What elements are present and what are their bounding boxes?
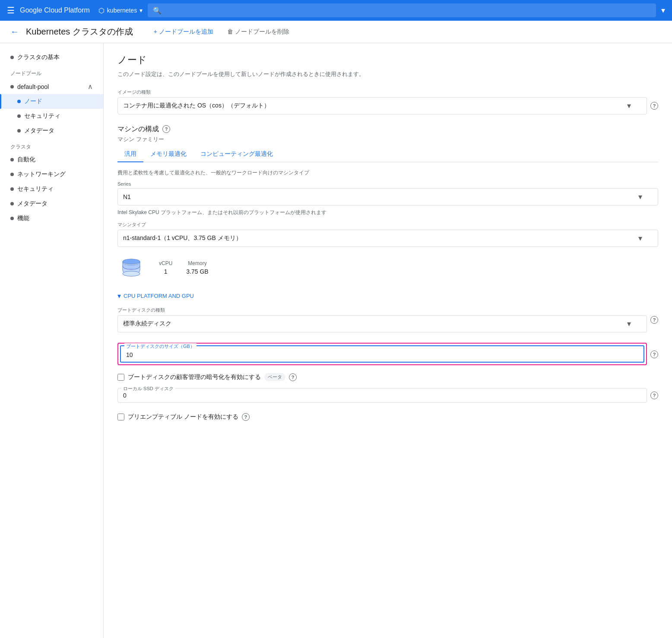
back-button[interactable]: ←	[10, 27, 19, 37]
boot-disk-size-help-icon[interactable]: ?	[650, 351, 658, 358]
search-input[interactable]	[165, 7, 651, 14]
boot-disk-size-field: ブートディスクのサイズ（GB）	[120, 345, 644, 363]
sidebar-item-metadata[interactable]: メタデータ	[0, 123, 103, 138]
machine-type-arrow-icon: ▾	[638, 234, 642, 243]
image-type-select-row: コンテナ用に最適化された OS（cos）（デフォルト） ▾ ?	[117, 97, 658, 114]
encryption-help-icon[interactable]: ?	[289, 373, 297, 381]
boot-disk-size-input[interactable]	[126, 350, 638, 360]
bullet-icon	[10, 187, 14, 191]
series-arrow-icon: ▾	[638, 192, 642, 202]
bullet-icon	[17, 114, 21, 118]
search-icon: 🔍	[153, 6, 162, 15]
app-logo: Google Cloud Platform	[20, 6, 90, 14]
machine-config-section: マシンの構成 ? マシン ファミリー 汎用 メモリ最適化 コンピューティング最適…	[117, 125, 658, 282]
content-title: ノード	[117, 54, 658, 66]
preemptible-help-icon[interactable]: ?	[242, 413, 250, 421]
content-area: ノード このノード設定は、このノードプールを使用して新しいノードが作成されるとき…	[104, 43, 672, 638]
sidebar-label-node: ノード	[24, 98, 42, 105]
project-dot-icon: ⬡	[98, 6, 105, 15]
encryption-checkbox[interactable]	[117, 374, 124, 381]
sidebar-label-features: 機能	[17, 215, 29, 222]
machine-stack-icon	[117, 254, 145, 281]
search-bar: 🔍	[148, 3, 656, 17]
boot-disk-type-label: ブートディスクの種類	[117, 307, 647, 313]
machine-type-value: n1-standard-1（1 vCPU、3.75 GB メモリ）	[123, 234, 242, 242]
boot-disk-size-highlight: ブートディスクのサイズ（GB）	[117, 343, 647, 365]
tab-general[interactable]: 汎用	[117, 147, 143, 162]
local-ssd-field: ローカル SSD ディスク	[117, 388, 647, 403]
local-ssd-wrapper: ローカル SSD ディスク	[117, 388, 647, 403]
sidebar-item-default-pool[interactable]: default-pool ∧	[0, 79, 103, 94]
boot-disk-type-select[interactable]: 標準永続ディスク ▾	[117, 315, 647, 332]
machine-type-select[interactable]: n1-standard-1（1 vCPU、3.75 GB メモリ） ▾	[117, 230, 658, 247]
active-indicator	[0, 94, 1, 109]
encryption-row: ブートディスクの顧客管理の暗号化を有効にする ベータ ?	[117, 373, 658, 381]
boot-disk-type-row: ブートディスクの種類 標準永続ディスク ▾ ?	[117, 307, 658, 332]
image-type-section: イメージの種類 コンテナ用に最適化された OS（cos）（デフォルト） ▾ ?	[117, 89, 658, 114]
sidebar-item-networking[interactable]: ネットワーキング	[0, 167, 103, 182]
sidebar-section-cluster: クラスタ	[0, 138, 103, 152]
image-type-select[interactable]: コンテナ用に最適化された OS（cos）（デフォルト） ▾	[117, 97, 647, 114]
image-type-help-icon[interactable]: ?	[650, 102, 658, 110]
menu-icon[interactable]: ☰	[7, 5, 15, 16]
boot-disk-type-help-icon[interactable]: ?	[650, 316, 658, 324]
boot-disk-size-row: ブートディスクのサイズ（GB） ?	[117, 343, 658, 366]
sidebar-item-node[interactable]: ノード	[0, 94, 103, 109]
preemptible-label: プリエンプティブル ノードを有効にする	[128, 413, 238, 421]
sidebar-item-automation[interactable]: 自動化	[0, 152, 103, 167]
sidebar-label-cluster-security: セキュリティ	[17, 185, 54, 193]
sidebar-label-security: セキュリティ	[24, 112, 60, 120]
svg-point-1	[123, 271, 140, 276]
sidebar-label-default-pool: default-pool	[17, 83, 49, 90]
project-selector[interactable]: ⬡ kubernetes ▾	[98, 6, 143, 15]
sidebar-item-features[interactable]: 機能	[0, 211, 103, 226]
sidebar-item-cluster-basic[interactable]: クラスタの基本	[0, 50, 103, 65]
memory-stat: Memory 3.75 GB	[186, 260, 208, 275]
project-name: kubernetes	[107, 7, 137, 14]
sidebar-label-cluster-metadata: メタデータ	[17, 200, 48, 208]
preemptible-checkbox[interactable]	[117, 414, 124, 420]
vcpu-stat: vCPU 1	[159, 260, 172, 275]
boot-disk-size-label: ブートディスクのサイズ（GB）	[124, 343, 197, 350]
delete-node-pool-button[interactable]: 🗑 ノードプールを削除	[224, 26, 293, 38]
sidebar-item-cluster-metadata[interactable]: メタデータ	[0, 196, 103, 211]
encryption-label: ブートディスクの顧客管理の暗号化を有効にする	[128, 373, 261, 381]
bullet-icon	[10, 202, 14, 205]
tab-memory[interactable]: メモリ最適化	[143, 147, 193, 162]
boot-disk-type-value: 標準永続ディスク	[123, 320, 171, 328]
machine-family-tabs: 汎用 メモリ最適化 コンピューティング最適化	[117, 147, 658, 162]
bullet-icon	[10, 217, 14, 220]
local-ssd-help-icon[interactable]: ?	[650, 392, 658, 399]
machine-config-title: マシンの構成	[117, 125, 159, 134]
machine-info: vCPU 1 Memory 3.75 GB	[117, 254, 658, 281]
boot-disk-type-arrow-icon: ▾	[627, 319, 631, 328]
local-ssd-row: ローカル SSD ディスク ?	[117, 388, 658, 403]
project-chevron-icon: ▾	[139, 7, 143, 14]
sidebar-section-node-pool: ノードプール	[0, 65, 103, 79]
nav-chevron-icon[interactable]: ▾	[661, 6, 665, 15]
image-type-label: イメージの種類	[117, 89, 658, 95]
select-arrow-icon: ▾	[627, 101, 631, 111]
series-hint: Intel Skylake CPU プラットフォーム、またはそれ以前のプラットフ…	[117, 209, 658, 216]
add-node-pool-button[interactable]: + ノードプールを追加	[150, 26, 217, 38]
cpu-platform-toggle[interactable]: ▾ CPU PLATFORM AND GPU	[117, 292, 658, 300]
bullet-icon	[10, 56, 14, 59]
local-ssd-input[interactable]	[123, 392, 641, 399]
page-title: Kubernetes クラスタの作成	[26, 26, 133, 38]
family-description: 費用と柔軟性を考慮して最適化された、一般的なワークロード向けのマシンタイプ	[117, 169, 658, 177]
sidebar-item-cluster-security[interactable]: セキュリティ	[0, 182, 103, 196]
machine-config-help-icon[interactable]: ?	[162, 125, 170, 133]
vcpu-value: 1	[159, 268, 172, 275]
machine-config-title-row: マシンの構成 ?	[117, 125, 658, 134]
memory-label: Memory	[186, 260, 208, 266]
local-ssd-label: ローカル SSD ディスク	[121, 385, 175, 392]
series-select[interactable]: N1 ▾	[117, 188, 658, 205]
machine-family-label: マシン ファミリー	[117, 136, 658, 143]
sidebar-item-security[interactable]: セキュリティ	[0, 109, 103, 123]
tab-compute[interactable]: コンピューティング最適化	[193, 147, 280, 162]
machine-type-field: マシンタイプ n1-standard-1（1 vCPU、3.75 GB メモリ）…	[117, 221, 658, 247]
series-value: N1	[123, 193, 131, 200]
content-description: このノード設定は、このノードプールを使用して新しいノードが作成されるときに使用さ…	[117, 70, 658, 79]
bullet-icon	[10, 158, 14, 161]
sidebar-label-automation: 自動化	[17, 156, 35, 164]
